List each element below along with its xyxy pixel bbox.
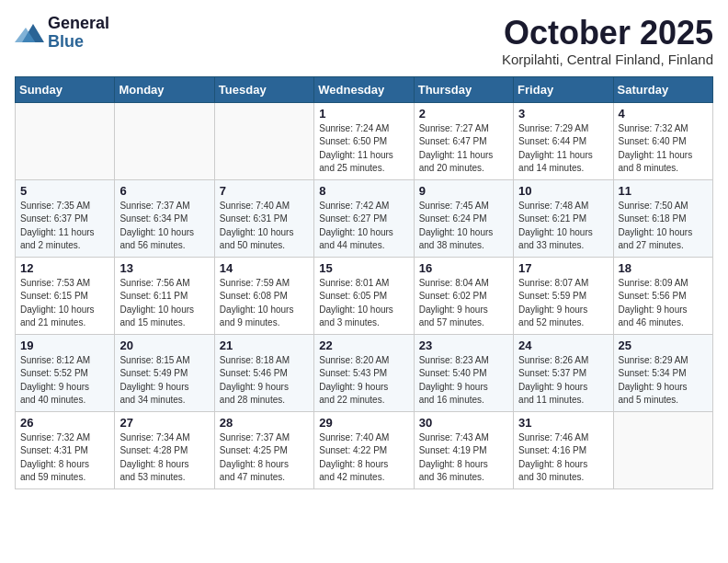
calendar-cell [214,102,313,179]
day-info: Sunrise: 8:01 AM Sunset: 6:05 PM Dayligh… [319,277,408,330]
calendar-cell: 11Sunrise: 7:50 AM Sunset: 6:18 PM Dayli… [613,179,712,257]
calendar-cell: 23Sunrise: 8:23 AM Sunset: 5:40 PM Dayli… [414,334,513,411]
day-info: Sunrise: 7:32 AM Sunset: 4:31 PM Dayligh… [20,431,109,485]
day-number: 29 [319,416,408,430]
day-number: 4 [619,107,708,121]
calendar-table: SundayMondayTuesdayWednesdayThursdayFrid… [15,76,713,489]
weekday-header: Friday [514,76,613,102]
day-info: Sunrise: 7:42 AM Sunset: 6:27 PM Dayligh… [319,200,408,253]
day-info: Sunrise: 7:34 AM Sunset: 4:28 PM Dayligh… [119,431,209,485]
day-info: Sunrise: 8:12 AM Sunset: 5:52 PM Dayligh… [20,354,109,408]
calendar-cell: 20Sunrise: 8:15 AM Sunset: 5:49 PM Dayli… [115,334,214,411]
day-info: Sunrise: 8:26 AM Sunset: 5:37 PM Dayligh… [518,354,608,408]
day-info: Sunrise: 8:29 AM Sunset: 5:34 PM Dayligh… [619,354,708,408]
title-block: October 2025 Korpilahti, Central Finland… [502,15,713,67]
day-info: Sunrise: 7:37 AM Sunset: 4:25 PM Dayligh… [220,431,309,485]
day-number: 24 [518,339,608,352]
day-info: Sunrise: 7:43 AM Sunset: 4:19 PM Dayligh… [419,431,508,485]
day-info: Sunrise: 7:24 AM Sunset: 6:50 PM Dayligh… [319,122,408,176]
day-number: 18 [619,261,708,275]
logo-general: General [48,15,109,33]
weekday-header: Monday [115,76,214,102]
calendar-cell: 27Sunrise: 7:34 AM Sunset: 4:28 PM Dayli… [115,411,214,488]
logo-icon [15,20,44,46]
calendar-cell: 1Sunrise: 7:24 AM Sunset: 6:50 PM Daylig… [314,102,414,179]
calendar-cell: 16Sunrise: 8:04 AM Sunset: 6:02 PM Dayli… [414,257,513,334]
calendar-week-row: 26Sunrise: 7:32 AM Sunset: 4:31 PM Dayli… [16,411,713,488]
calendar-cell: 29Sunrise: 7:40 AM Sunset: 4:22 PM Dayli… [314,411,414,488]
calendar-cell [613,411,712,488]
calendar-cell: 13Sunrise: 7:56 AM Sunset: 6:11 PM Dayli… [115,257,214,334]
day-number: 2 [419,107,508,121]
calendar-cell: 28Sunrise: 7:37 AM Sunset: 4:25 PM Dayli… [214,411,313,488]
day-number: 6 [119,184,209,198]
day-number: 14 [220,261,309,275]
day-info: Sunrise: 7:53 AM Sunset: 6:15 PM Dayligh… [20,277,109,330]
calendar-cell: 2Sunrise: 7:27 AM Sunset: 6:47 PM Daylig… [414,102,513,179]
day-number: 22 [319,339,408,352]
day-info: Sunrise: 7:45 AM Sunset: 6:24 PM Dayligh… [419,200,508,253]
day-info: Sunrise: 8:18 AM Sunset: 5:46 PM Dayligh… [220,354,309,408]
day-number: 27 [119,416,209,430]
calendar-week-row: 12Sunrise: 7:53 AM Sunset: 6:15 PM Dayli… [16,257,713,334]
calendar-cell: 26Sunrise: 7:32 AM Sunset: 4:31 PM Dayli… [16,411,115,488]
day-number: 30 [419,416,508,430]
day-info: Sunrise: 7:37 AM Sunset: 6:34 PM Dayligh… [119,200,209,253]
main-title: October 2025 [502,15,713,52]
day-info: Sunrise: 7:48 AM Sunset: 6:21 PM Dayligh… [518,200,608,253]
calendar-cell [16,102,115,179]
calendar-cell: 14Sunrise: 7:59 AM Sunset: 6:08 PM Dayli… [214,257,313,334]
calendar-cell: 15Sunrise: 8:01 AM Sunset: 6:05 PM Dayli… [314,257,414,334]
subtitle: Korpilahti, Central Finland, Finland [502,52,713,67]
day-number: 28 [220,416,309,430]
day-info: Sunrise: 7:29 AM Sunset: 6:44 PM Dayligh… [518,122,608,176]
logo-text: General Blue [48,15,109,52]
calendar-cell [115,102,214,179]
calendar-cell: 17Sunrise: 8:07 AM Sunset: 5:59 PM Dayli… [514,257,613,334]
day-info: Sunrise: 8:07 AM Sunset: 5:59 PM Dayligh… [518,277,608,330]
day-info: Sunrise: 7:56 AM Sunset: 6:11 PM Dayligh… [119,277,209,330]
day-info: Sunrise: 8:15 AM Sunset: 5:49 PM Dayligh… [119,354,209,408]
calendar-cell: 5Sunrise: 7:35 AM Sunset: 6:37 PM Daylig… [16,179,115,257]
calendar-cell: 19Sunrise: 8:12 AM Sunset: 5:52 PM Dayli… [16,334,115,411]
calendar-cell: 10Sunrise: 7:48 AM Sunset: 6:21 PM Dayli… [514,179,613,257]
logo: General Blue [15,15,109,52]
day-info: Sunrise: 7:32 AM Sunset: 6:40 PM Dayligh… [619,122,708,176]
day-info: Sunrise: 7:46 AM Sunset: 4:16 PM Dayligh… [518,431,608,485]
calendar-cell: 6Sunrise: 7:37 AM Sunset: 6:34 PM Daylig… [115,179,214,257]
day-number: 7 [220,184,309,198]
calendar-week-row: 5Sunrise: 7:35 AM Sunset: 6:37 PM Daylig… [16,179,713,257]
calendar-week-row: 1Sunrise: 7:24 AM Sunset: 6:50 PM Daylig… [16,102,713,179]
weekday-header: Wednesday [314,76,414,102]
calendar-cell: 31Sunrise: 7:46 AM Sunset: 4:16 PM Dayli… [514,411,613,488]
calendar-cell: 3Sunrise: 7:29 AM Sunset: 6:44 PM Daylig… [514,102,613,179]
day-number: 8 [319,184,408,198]
day-info: Sunrise: 7:40 AM Sunset: 6:31 PM Dayligh… [220,200,309,253]
calendar-cell: 9Sunrise: 7:45 AM Sunset: 6:24 PM Daylig… [414,179,513,257]
calendar-cell: 25Sunrise: 8:29 AM Sunset: 5:34 PM Dayli… [613,334,712,411]
calendar-cell: 22Sunrise: 8:20 AM Sunset: 5:43 PM Dayli… [314,334,414,411]
day-info: Sunrise: 7:50 AM Sunset: 6:18 PM Dayligh… [619,200,708,253]
calendar-cell: 4Sunrise: 7:32 AM Sunset: 6:40 PM Daylig… [613,102,712,179]
day-number: 13 [119,261,209,275]
day-number: 26 [20,416,109,430]
calendar-cell: 8Sunrise: 7:42 AM Sunset: 6:27 PM Daylig… [314,179,414,257]
day-number: 10 [518,184,608,198]
page-header: General Blue October 2025 Korpilahti, Ce… [15,15,713,67]
day-number: 3 [518,107,608,121]
day-number: 21 [220,339,309,352]
day-info: Sunrise: 7:59 AM Sunset: 6:08 PM Dayligh… [220,277,309,330]
day-number: 11 [619,184,708,198]
day-number: 19 [20,339,109,352]
day-info: Sunrise: 7:27 AM Sunset: 6:47 PM Dayligh… [419,122,508,176]
weekday-header-row: SundayMondayTuesdayWednesdayThursdayFrid… [16,76,713,102]
day-info: Sunrise: 7:35 AM Sunset: 6:37 PM Dayligh… [20,200,109,253]
calendar-cell: 24Sunrise: 8:26 AM Sunset: 5:37 PM Dayli… [514,334,613,411]
day-number: 20 [119,339,209,352]
weekday-header: Tuesday [214,76,313,102]
day-number: 12 [20,261,109,275]
day-number: 16 [419,261,508,275]
day-number: 15 [319,261,408,275]
logo-blue: Blue [48,33,109,52]
day-number: 17 [518,261,608,275]
